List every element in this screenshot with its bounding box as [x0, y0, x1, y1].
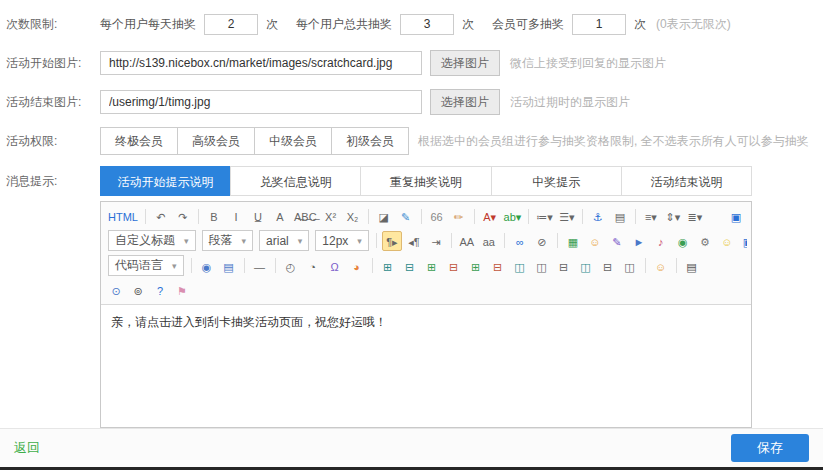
- date-icon[interactable]: ◴: [281, 256, 301, 276]
- unordered-list-icon[interactable]: ☰▾: [557, 206, 577, 226]
- format-painter-icon[interactable]: ✎: [396, 206, 416, 226]
- split-cells-icon[interactable]: ◫: [576, 256, 596, 276]
- horizontal-rule-icon[interactable]: —: [250, 256, 270, 276]
- delete-col-icon[interactable]: ⊟: [488, 256, 508, 276]
- blockquote-icon[interactable]: 66: [427, 206, 447, 226]
- uppercase-icon[interactable]: AA: [457, 231, 477, 251]
- end-image-pick-button[interactable]: 选择图片: [430, 89, 500, 115]
- source-code-icon[interactable]: HTML: [106, 206, 140, 226]
- music-icon[interactable]: ♪: [651, 231, 671, 251]
- split-rows-icon[interactable]: ⊟: [598, 256, 618, 276]
- code-language-select[interactable]: 代码语言▾: [108, 255, 184, 276]
- chart-icon[interactable]: ◕: [347, 256, 367, 276]
- merge-cells-icon[interactable]: ◫: [510, 256, 530, 276]
- bold-icon[interactable]: B: [204, 206, 224, 226]
- unlink-icon[interactable]: ⊘: [532, 231, 552, 251]
- delete-row-icon[interactable]: ⊟: [444, 256, 464, 276]
- highlight-color-icon[interactable]: ab▾: [502, 206, 524, 226]
- map-icon[interactable]: ◉: [673, 231, 693, 251]
- emotion-icon[interactable]: ☺: [585, 231, 605, 251]
- editor-row: HTML↶↷BIU̲AA̶B̶C̶X²X₂◪✎66✏A▾ab▾≔▾☰▾⚓▤≡▾⇕…: [0, 196, 823, 428]
- back-link[interactable]: 返回: [14, 439, 40, 457]
- text-direction-rtl-icon[interactable]: ◂¶: [404, 231, 424, 251]
- split-cols-icon[interactable]: ◫: [620, 256, 640, 276]
- anchor-icon[interactable]: ⚓: [588, 206, 608, 226]
- line-height-icon[interactable]: ≣▾: [685, 206, 705, 226]
- snapscreen-icon[interactable]: ◉: [197, 256, 217, 276]
- help-icon[interactable]: ?: [150, 280, 170, 300]
- superscript-icon[interactable]: X²: [321, 206, 341, 226]
- image-icon[interactable]: ▦: [563, 231, 583, 251]
- eraser-icon[interactable]: ◪: [374, 206, 394, 226]
- message-tips-label: 消息提示:: [0, 167, 100, 195]
- member-level-button-middle[interactable]: 中级会员: [254, 127, 332, 155]
- binoculars-icon[interactable]: ⊚: [128, 280, 148, 300]
- insert-row-icon[interactable]: ⊞: [422, 256, 442, 276]
- start-image-pick-button[interactable]: 选择图片: [430, 50, 500, 76]
- video-icon[interactable]: ►: [629, 231, 649, 251]
- fullscreen-icon[interactable]: ▣: [726, 206, 746, 226]
- start-image-url-input[interactable]: [100, 51, 422, 75]
- permissions-controls: 终极会员 高级会员 中级会员 初级会员 根据选中的会员组进行参与抽奖资格限制, …: [100, 127, 809, 155]
- scrawl-icon[interactable]: ✎: [607, 231, 627, 251]
- paragraph-spacing-icon[interactable]: ⇕▾: [663, 206, 683, 226]
- insert-col-icon[interactable]: ⊞: [466, 256, 486, 276]
- emoji-icon[interactable]: ☺: [717, 231, 737, 251]
- tab-redeem-info[interactable]: 兑奖信息说明: [230, 166, 361, 196]
- undo-icon[interactable]: ↶: [151, 206, 171, 226]
- member-level-button-senior[interactable]: 高级会员: [177, 127, 255, 155]
- paste-plain-icon[interactable]: ✏: [449, 206, 469, 226]
- save-button[interactable]: 保存: [731, 434, 809, 462]
- redo-icon[interactable]: ↷: [173, 206, 193, 226]
- time-icon[interactable]: ◔: [303, 256, 323, 276]
- bookmark-icon[interactable]: ⚑: [172, 280, 192, 300]
- message-tabs: 活动开始提示说明 兑奖信息说明 重复抽奖说明 中奖提示 活动结束说明: [100, 166, 752, 196]
- font-border-icon[interactable]: A: [270, 206, 290, 226]
- ordered-list-icon[interactable]: ≔▾: [534, 206, 555, 226]
- font-color-icon[interactable]: A▾: [480, 206, 500, 226]
- underline-icon[interactable]: U̲: [248, 206, 268, 226]
- toolbar-separator: [635, 209, 636, 224]
- member-level-button-ultimate[interactable]: 终极会员: [100, 127, 178, 155]
- rich-text-editor: HTML↶↷BIU̲AA̶B̶C̶X²X₂◪✎66✏A▾ab▾≔▾☰▾⚓▤≡▾⇕…: [100, 201, 752, 428]
- italic-icon[interactable]: I: [226, 206, 246, 226]
- editor-content[interactable]: 亲，请点击进入到刮卡抽奖活动页面，祝您好运哦！: [101, 305, 751, 427]
- align-dropdown-icon[interactable]: ≡▾: [641, 206, 661, 226]
- delete-table-icon[interactable]: ⊟: [400, 256, 420, 276]
- search-replace-icon[interactable]: ⊙: [106, 280, 126, 300]
- paragraph-select[interactable]: 段落▾: [202, 230, 254, 251]
- tab-activity-start-message[interactable]: 活动开始提示说明: [100, 166, 231, 196]
- end-image-controls: 选择图片 活动过期时的显示图片: [100, 89, 630, 115]
- merge-right-icon[interactable]: ◫: [532, 256, 552, 276]
- link-icon[interactable]: ∞: [510, 231, 530, 251]
- print-icon[interactable]: ▤: [682, 256, 702, 276]
- smiley-icon[interactable]: ☺: [651, 256, 671, 276]
- tab-activity-end-message[interactable]: 活动结束说明: [621, 166, 752, 196]
- gear-icon[interactable]: ⚙: [695, 231, 715, 251]
- subscript-icon[interactable]: X₂: [343, 206, 363, 226]
- daily-draw-label: 每个用户每天抽奖: [100, 16, 196, 33]
- text-direction-ltr-icon[interactable]: ¶▸: [382, 231, 402, 251]
- strikethrough-icon[interactable]: A̶B̶C̶: [292, 206, 319, 226]
- custom-title-select[interactable]: 自定义标题▾: [108, 230, 196, 251]
- end-image-url-input[interactable]: [100, 90, 422, 114]
- member-level-button-junior[interactable]: 初级会员: [331, 127, 409, 155]
- doc-icon[interactable]: ▤: [610, 206, 630, 226]
- font-family-select[interactable]: arial▾: [259, 230, 309, 251]
- times-suffix: 次: [462, 16, 474, 33]
- insert-table-icon[interactable]: ⊞: [378, 256, 398, 276]
- indent-icon[interactable]: ⇥: [426, 231, 446, 251]
- daily-draw-input[interactable]: [204, 14, 258, 35]
- member-extra-draw-input[interactable]: [572, 14, 626, 35]
- word-image-icon[interactable]: ▤: [219, 256, 239, 276]
- lowercase-icon[interactable]: aa: [479, 231, 499, 251]
- start-image-row: 活动开始图片: 选择图片 微信上接受到回复的显示图片: [0, 49, 823, 77]
- tab-repeat-draw[interactable]: 重复抽奖说明: [360, 166, 491, 196]
- panel-icon[interactable]: ▣: [738, 231, 747, 251]
- times-suffix: 次: [266, 16, 278, 33]
- special-chars-icon[interactable]: Ω: [325, 256, 345, 276]
- font-size-select[interactable]: 12px▾: [315, 230, 369, 251]
- total-draw-input[interactable]: [400, 14, 454, 35]
- tab-win-message[interactable]: 中奖提示: [491, 166, 622, 196]
- merge-down-icon[interactable]: ⊟: [554, 256, 574, 276]
